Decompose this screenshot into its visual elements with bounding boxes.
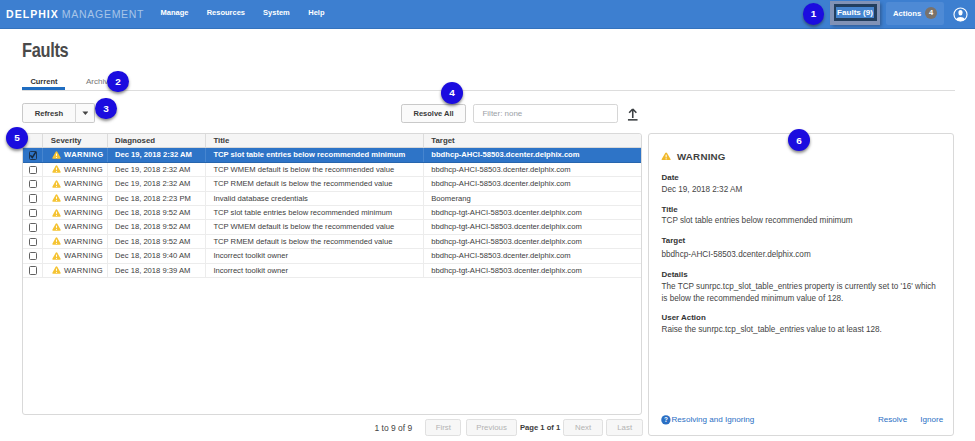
svg-text:?: ? bbox=[664, 416, 668, 423]
